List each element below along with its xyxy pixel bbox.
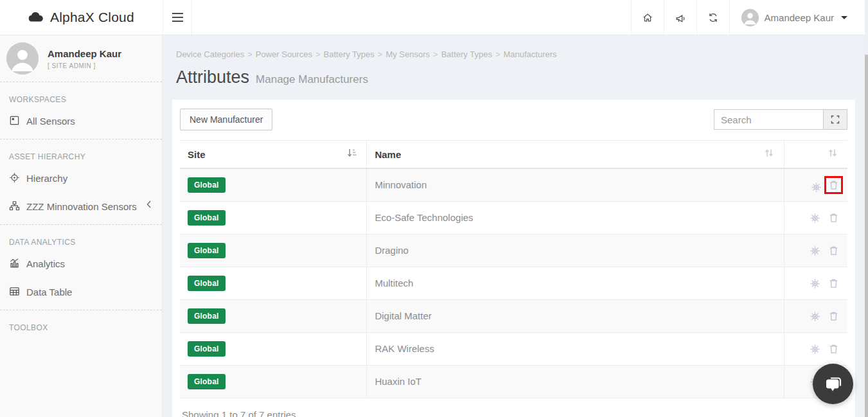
section-label-data-analytics: DATA ANALYTICS	[0, 225, 162, 249]
workspace-icon	[9, 115, 21, 127]
breadcrumb: Device Categories>Power Sources>Battery …	[172, 49, 855, 59]
edit-settings-button[interactable]	[810, 213, 820, 224]
sidebar-item-analytics[interactable]: Analytics	[0, 249, 162, 278]
manufacturer-name: Huaxin IoT	[367, 365, 784, 398]
chevron-down-icon	[841, 16, 847, 19]
sidebar-item-label: Analytics	[26, 258, 65, 269]
cloud-logo-icon	[27, 9, 44, 26]
topbar: AlphaX Cloud Amandeep Kaur	[0, 0, 868, 35]
user-name: Amandeep Kaur	[765, 12, 834, 23]
site-badge: Global	[188, 374, 226, 389]
breadcrumb-separator: >	[247, 49, 252, 59]
announcements-button[interactable]	[664, 0, 696, 35]
breadcrumb-item[interactable]: My Sensors	[385, 49, 430, 59]
edit-settings-button[interactable]	[810, 278, 820, 289]
delete-button[interactable]	[829, 180, 838, 190]
table-row: Global Digital Matter	[180, 299, 847, 332]
refresh-button[interactable]	[696, 0, 729, 35]
new-manufacturer-button[interactable]: New Manufacturer	[180, 109, 272, 130]
breadcrumb-item[interactable]: Battery Types	[441, 49, 492, 59]
delete-button[interactable]	[829, 278, 838, 288]
manufacturers-card: New Manufacturer Site	[172, 100, 855, 417]
manufacturer-name: Multitech	[367, 267, 784, 299]
page-subtitle: Manage Manufacturers	[256, 73, 368, 86]
table-row: Global RAK Wireless	[180, 332, 847, 365]
sidebar-item-all-sensors[interactable]: All Sensors	[0, 107, 162, 135]
column-label: Name	[375, 149, 401, 160]
search-input[interactable]	[714, 109, 823, 130]
sort-updown-icon[interactable]	[828, 148, 840, 160]
breadcrumb-item[interactable]: Battery Types	[324, 49, 375, 59]
expand-icon	[831, 115, 840, 124]
breadcrumb-separator: >	[433, 49, 438, 59]
chat-widget-button[interactable]	[813, 364, 853, 404]
card-toolbar: New Manufacturer	[180, 109, 847, 130]
delete-button[interactable]	[829, 213, 838, 223]
manufacturers-table: Site Name	[180, 140, 847, 398]
sitemap-icon	[9, 200, 21, 212]
search-group	[714, 109, 847, 130]
sidebar-item-label: Data Table	[26, 287, 72, 297]
sidebar: Amandeep Kaur [ SITE ADMIN ] WORKSPACES …	[0, 35, 163, 417]
sidebar-item-data-table[interactable]: Data Table	[0, 278, 162, 306]
table-row: Global Huaxin IoT	[180, 365, 847, 398]
megaphone-icon	[675, 12, 686, 23]
site-badge: Global	[188, 341, 226, 357]
column-header-site[interactable]: Site	[180, 141, 367, 169]
table-row: Global Minnovation	[180, 168, 847, 201]
breadcrumb-separator: >	[315, 49, 321, 59]
delete-button[interactable]	[829, 311, 838, 321]
breadcrumb-separator: >	[495, 49, 500, 59]
sidebar-item-hierarchy[interactable]: Hierarchy	[0, 164, 162, 192]
chat-bubbles-icon	[823, 374, 844, 395]
edit-settings-button[interactable]	[811, 182, 822, 193]
table-row: Global Dragino	[180, 234, 847, 267]
topbar-spacer	[192, 0, 631, 35]
edit-settings-button[interactable]	[810, 311, 820, 322]
scrollbar-thumb[interactable]	[865, 55, 868, 417]
section-label-workspaces: WORKSPACES	[0, 82, 162, 107]
table-row: Global Eco-Safe Technologies	[180, 201, 847, 234]
section-label-toolbox: TOOLBOX	[0, 310, 162, 335]
sidebar-user-avatar	[6, 42, 39, 75]
analytics-chart-icon	[9, 258, 21, 269]
delete-button[interactable]	[829, 245, 838, 256]
breadcrumb-item[interactable]: Device Categories	[176, 49, 244, 59]
manufacturer-name: Eco-Safe Technologies	[367, 201, 784, 234]
sidebar-item-label: Hierarchy	[26, 173, 67, 184]
table-row: Global Multitech	[180, 267, 847, 299]
column-header-name[interactable]: Name	[367, 141, 784, 169]
manufacturer-name: Minnovation	[367, 168, 784, 201]
page-scrollbar[interactable]	[865, 0, 868, 417]
site-badge: Global	[188, 276, 226, 291]
fullscreen-button[interactable]	[823, 109, 847, 130]
sort-amount-icon[interactable]	[347, 148, 359, 160]
manufacturer-name: RAK Wireless	[367, 332, 784, 365]
sidebar-item-label: All Sensors	[26, 116, 75, 127]
site-badge: Global	[188, 308, 226, 324]
breadcrumb-item[interactable]: Manufacturers	[503, 49, 556, 59]
sidebar-user-card: Amandeep Kaur [ SITE ADMIN ]	[0, 35, 162, 82]
sidebar-toggle-button[interactable]	[163, 0, 192, 35]
annotation-highlight-box	[824, 176, 843, 194]
home-button[interactable]	[631, 0, 664, 35]
brand-logo[interactable]: AlphaX Cloud	[0, 0, 163, 35]
chevron-left-icon	[146, 200, 153, 212]
user-menu[interactable]: Amandeep Kaur	[729, 0, 860, 35]
page-heading: Attributes Manage Manufacturers	[176, 67, 855, 87]
edit-settings-button[interactable]	[810, 245, 820, 256]
column-header-actions[interactable]	[784, 141, 847, 169]
target-icon	[9, 172, 21, 184]
breadcrumb-item[interactable]: Power Sources	[256, 49, 312, 59]
site-badge: Global	[188, 177, 226, 193]
delete-button[interactable]	[829, 344, 838, 354]
brand-name: AlphaX Cloud	[50, 10, 134, 25]
sort-updown-icon[interactable]	[765, 148, 776, 160]
user-avatar	[741, 9, 759, 26]
column-label: Site	[188, 149, 206, 160]
table-icon	[9, 286, 21, 297]
page-title: Attributes	[176, 67, 249, 87]
sidebar-user-name: Amandeep Kaur	[48, 48, 121, 59]
edit-settings-button[interactable]	[810, 344, 820, 355]
sidebar-item-minnovation-sensors[interactable]: ZZZ Minnovation Sensors	[0, 192, 162, 220]
